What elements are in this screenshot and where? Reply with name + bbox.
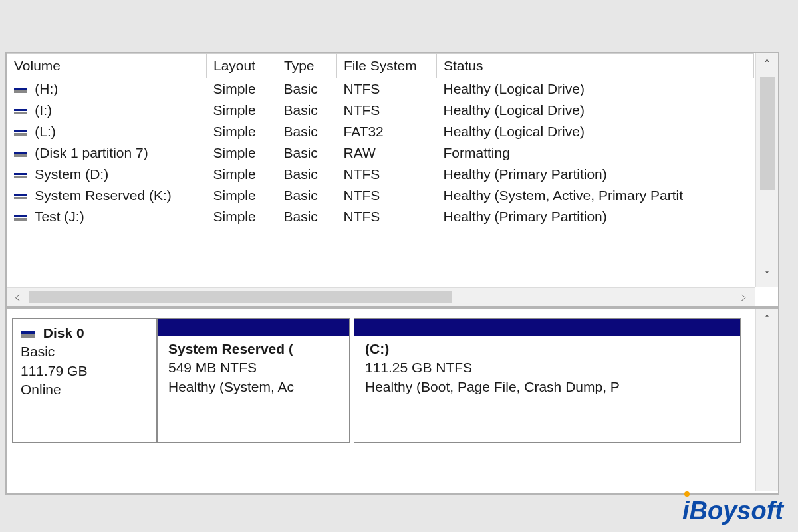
- col-status[interactable]: Status: [437, 54, 754, 78]
- drive-icon: [14, 194, 27, 200]
- col-layout[interactable]: Layout: [207, 54, 277, 78]
- chevron-right-icon[interactable]: ﹥: [733, 289, 755, 305]
- volume-layout: Simple: [207, 164, 277, 185]
- drive-icon: [14, 130, 27, 136]
- volume-type: Basic: [277, 185, 337, 206]
- drive-icon: [14, 215, 27, 221]
- partition-detail: 549 MB NTFS: [168, 358, 341, 377]
- watermark-text: iBoysoft: [682, 497, 783, 525]
- horizontal-scrollbar[interactable]: ﹤ ﹥: [7, 287, 755, 306]
- volume-type: Basic: [277, 142, 337, 164]
- volume-layout: Simple: [207, 121, 277, 142]
- volume-status: Formatting: [437, 142, 754, 164]
- disk-title: Disk 0: [43, 325, 84, 340]
- volume-layout: Simple: [207, 185, 277, 206]
- volume-fs: NTFS: [337, 164, 437, 185]
- volume-status: Healthy (Logical Drive): [437, 100, 754, 121]
- table-header-row: Volume Layout Type File System Status: [7, 54, 754, 78]
- drive-icon: [14, 88, 27, 93]
- volume-type: Basic: [277, 121, 337, 142]
- table-row[interactable]: (L:) Simple Basic FAT32 Healthy (Logical…: [7, 121, 754, 142]
- dot-icon: [684, 491, 690, 497]
- col-type[interactable]: Type: [277, 54, 337, 78]
- drive-icon: [14, 152, 27, 157]
- table-row[interactable]: Test (J:) Simple Basic NTFS Healthy (Pri…: [7, 206, 754, 227]
- col-volume[interactable]: Volume: [7, 54, 207, 78]
- volume-table[interactable]: Volume Layout Type File System Status (H…: [7, 53, 754, 227]
- volume-type: Basic: [277, 100, 337, 121]
- chevron-up-icon[interactable]: ˄: [764, 53, 770, 76]
- volume-name: (I:): [31, 102, 53, 118]
- partition-name: System Reserved (: [168, 340, 341, 358]
- volume-name: (Disk 1 partition 7): [31, 145, 148, 160]
- chevron-left-icon[interactable]: ﹤: [7, 289, 29, 305]
- volume-list-pane: Volume Layout Type File System Status (H…: [7, 53, 778, 309]
- table-row[interactable]: (I:) Simple Basic NTFS Healthy (Logical …: [7, 100, 754, 121]
- disk-management-window: Volume Layout Type File System Status (H…: [5, 52, 779, 495]
- volume-name: (L:): [31, 124, 56, 139]
- volume-layout: Simple: [207, 206, 277, 227]
- drive-icon: [14, 109, 27, 114]
- partition-box[interactable]: (C:) 111.25 GB NTFS Healthy (Boot, Page …: [354, 318, 741, 443]
- table-row[interactable]: System (D:) Simple Basic NTFS Healthy (P…: [7, 164, 754, 185]
- partition-stripe: [158, 319, 349, 336]
- volume-fs: NTFS: [337, 78, 437, 100]
- volume-status: Healthy (Primary Partition): [437, 164, 754, 185]
- volume-name: System (D:): [31, 166, 109, 182]
- disk-kind: Basic: [21, 342, 148, 361]
- volume-fs: FAT32: [337, 121, 437, 142]
- volume-fs: NTFS: [337, 206, 437, 227]
- volume-status: Healthy (Logical Drive): [437, 121, 754, 142]
- scrollbar-thumb[interactable]: [760, 77, 775, 190]
- table-row[interactable]: System Reserved (K:) Simple Basic NTFS H…: [7, 185, 754, 206]
- volume-fs: NTFS: [337, 100, 437, 121]
- scrollbar-track[interactable]: [29, 288, 733, 306]
- volume-status: Healthy (Logical Drive): [437, 78, 754, 100]
- volume-type: Basic: [277, 78, 337, 100]
- chevron-down-icon[interactable]: ˅: [764, 265, 770, 287]
- chevron-up-icon[interactable]: ˄: [764, 309, 770, 331]
- table-row[interactable]: (H:) Simple Basic NTFS Healthy (Logical …: [7, 78, 754, 100]
- partition-box[interactable]: System Reserved ( 549 MB NTFS Healthy (S…: [157, 318, 350, 443]
- volume-fs: NTFS: [337, 185, 437, 206]
- disk-info-box[interactable]: Disk 0 Basic 111.79 GB Online: [12, 318, 157, 443]
- watermark-logo: iBoysoft: [682, 497, 783, 525]
- partition-status: Healthy (System, Ac: [168, 378, 341, 396]
- volume-fs: RAW: [337, 142, 437, 164]
- volume-status: Healthy (System, Active, Primary Partit: [437, 185, 754, 206]
- volume-layout: Simple: [207, 100, 277, 121]
- table-row[interactable]: (Disk 1 partition 7) Simple Basic RAW Fo…: [7, 142, 754, 164]
- partition-name: (C:): [365, 340, 732, 358]
- disk-graphic-pane: Disk 0 Basic 111.79 GB Online System Res…: [7, 309, 778, 491]
- volume-name: Test (J:): [31, 209, 84, 224]
- disk-size: 111.79 GB: [21, 362, 148, 380]
- drive-icon: [14, 173, 27, 178]
- partition-strip: System Reserved ( 549 MB NTFS Healthy (S…: [157, 318, 755, 443]
- volume-type: Basic: [277, 206, 337, 227]
- volume-layout: Simple: [207, 78, 277, 100]
- volume-status: Healthy (Primary Partition): [437, 206, 754, 227]
- scrollbar-thumb[interactable]: [29, 291, 452, 303]
- volume-layout: Simple: [207, 142, 277, 164]
- partition-stripe: [354, 319, 740, 336]
- disk-state: Online: [21, 380, 148, 399]
- partition-status: Healthy (Boot, Page File, Crash Dump, P: [365, 378, 732, 396]
- vertical-scrollbar[interactable]: ˄ ˅: [755, 53, 778, 287]
- disk-icon: [21, 331, 35, 338]
- col-filesystem[interactable]: File System: [337, 54, 437, 78]
- volume-type: Basic: [277, 164, 337, 185]
- disk-row: Disk 0 Basic 111.79 GB Online System Res…: [12, 318, 755, 443]
- volume-name: (H:): [31, 81, 59, 96]
- vertical-scrollbar[interactable]: ˄: [755, 309, 778, 491]
- partition-detail: 111.25 GB NTFS: [365, 358, 732, 377]
- volume-name: System Reserved (K:): [31, 188, 172, 203]
